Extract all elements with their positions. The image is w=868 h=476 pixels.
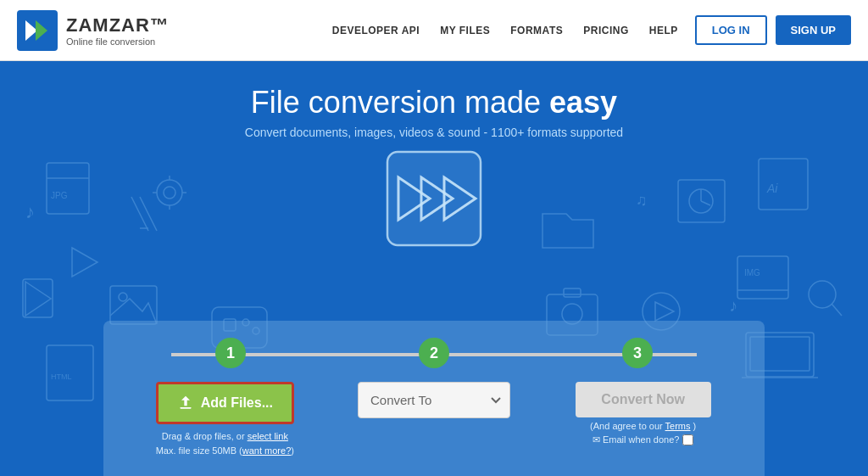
convert-now-button[interactable]: Convert Now <box>576 382 711 417</box>
svg-rect-29 <box>678 180 725 222</box>
step-2-circle: 2 <box>419 338 449 368</box>
controls-row: Add Files... Drag & drop files, or selec… <box>129 382 739 457</box>
svg-rect-46 <box>564 288 581 297</box>
convert-to-wrap: Convert To MP4 MP3 PDF JPG PNG <box>338 382 531 418</box>
svg-line-14 <box>131 197 148 231</box>
add-files-button[interactable]: Add Files... <box>156 382 294 424</box>
nav-developer-api[interactable]: DEVELOPER API <box>332 25 420 36</box>
zamzar-logo-icon <box>17 10 58 51</box>
email-label: ✉ Email when done? <box>593 434 680 445</box>
want-more-link[interactable]: want more? <box>242 445 291 456</box>
svg-rect-18 <box>23 279 53 317</box>
hero-section: JPG ♪ <box>0 61 868 476</box>
step-3-circle: 3 <box>622 338 653 368</box>
svg-marker-17 <box>25 282 51 316</box>
ff-icon-wrap <box>383 148 485 249</box>
svg-rect-49 <box>387 152 481 245</box>
svg-point-30 <box>689 189 713 213</box>
convert-to-select[interactable]: Convert To MP4 MP3 PDF JPG PNG <box>358 382 510 418</box>
svg-rect-33 <box>737 256 788 299</box>
add-files-wrap: Add Files... Drag & drop files, or selec… <box>129 382 321 457</box>
conversion-panel: 1 2 3 Add Files... Drag <box>103 321 765 476</box>
svg-point-9 <box>164 187 175 199</box>
hero-subtitle: Convert documents, images, videos & soun… <box>245 126 623 139</box>
nav-my-files[interactable]: MY FILES <box>440 25 490 36</box>
svg-rect-21 <box>47 345 93 400</box>
nav-formats[interactable]: FORMATS <box>510 25 563 36</box>
email-checkbox[interactable] <box>682 434 693 445</box>
hero-title: File conversion made easy <box>251 85 617 120</box>
nav-pricing[interactable]: PRICING <box>583 25 629 36</box>
signup-button[interactable]: SIGN UP <box>776 15 851 45</box>
svg-line-15 <box>140 197 157 231</box>
steps-row: 1 2 3 <box>129 338 739 368</box>
add-files-hint: Drag & drop files, or select link Max. f… <box>156 429 294 457</box>
nav-help[interactable]: HELP <box>649 25 678 36</box>
header: ZAMZAR™ Online file conversion DEVELOPER… <box>0 0 868 61</box>
logo-text-block: ZAMZAR™ Online file conversion <box>66 14 170 47</box>
upload-icon <box>177 395 194 412</box>
svg-text:♪: ♪ <box>729 296 737 315</box>
agree-terms-hint: (And agree to our Terms ) <box>590 421 696 431</box>
svg-point-8 <box>157 180 182 205</box>
login-button[interactable]: LOG IN <box>695 15 767 45</box>
svg-line-32 <box>701 201 710 205</box>
header-buttons: LOG IN SIGN UP <box>695 15 851 45</box>
svg-text:♫: ♫ <box>636 192 648 209</box>
svg-point-40 <box>809 281 836 308</box>
svg-marker-7 <box>72 248 97 277</box>
logo-tagline: Online file conversion <box>66 36 170 47</box>
svg-rect-27 <box>759 159 808 210</box>
svg-rect-3 <box>47 163 89 214</box>
svg-point-20 <box>119 293 127 301</box>
convert-now-wrap: Convert Now (And agree to our Terms ) ✉ … <box>547 382 739 445</box>
main-nav: DEVELOPER API MY FILES FORMATS PRICING H… <box>332 25 678 36</box>
svg-text:HTML: HTML <box>51 372 72 381</box>
svg-marker-43 <box>655 302 674 321</box>
max-size-hint: Max. file size 50MB ( <box>156 445 242 456</box>
logo-area: ZAMZAR™ Online file conversion <box>17 10 170 51</box>
svg-rect-19 <box>110 286 157 324</box>
logo-name: ZAMZAR™ <box>66 14 170 36</box>
svg-text:JPG: JPG <box>51 191 68 200</box>
svg-text:IMG: IMG <box>744 268 760 277</box>
svg-rect-53 <box>180 407 191 409</box>
terms-link[interactable]: Terms <box>665 421 691 431</box>
step-1-circle: 1 <box>215 338 246 368</box>
select-link-link[interactable]: select link <box>248 431 288 441</box>
svg-line-41 <box>832 304 842 316</box>
email-row: ✉ Email when done? <box>593 434 694 445</box>
svg-text:Ai: Ai <box>766 182 778 195</box>
svg-text:♪: ♪ <box>25 201 35 222</box>
